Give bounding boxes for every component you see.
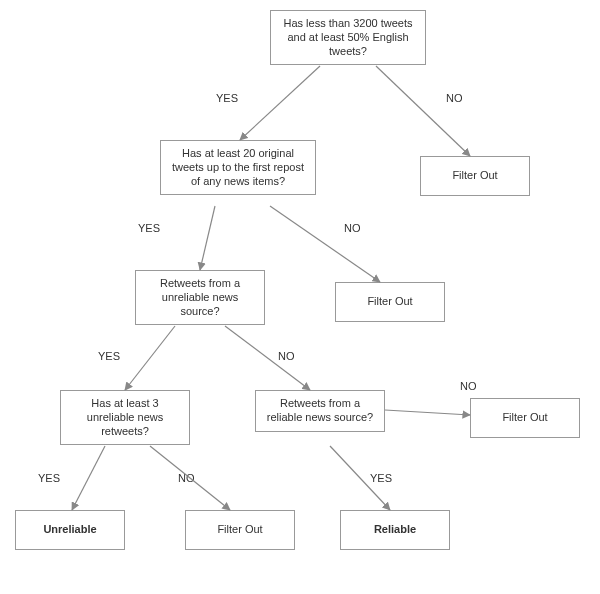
node-text: Filter Out: [502, 411, 547, 425]
node-filter-out-4: Filter Out: [185, 510, 295, 550]
node-original-tweets-decision: Has at least 20 original tweets up to th…: [160, 140, 316, 195]
node-text: Filter Out: [367, 295, 412, 309]
svg-line-5: [225, 326, 310, 390]
svg-line-7: [72, 446, 105, 510]
svg-line-1: [376, 66, 470, 156]
node-text: Has at least 3 unreliable news retweets?: [87, 397, 163, 437]
node-filter-out-1: Filter Out: [420, 156, 530, 196]
diagram-canvas: { "chart_data": { "type": "decision-tree…: [0, 0, 600, 594]
edge-label-no: NO: [178, 472, 195, 484]
node-text: Unreliable: [43, 523, 96, 537]
edge-label-no: NO: [278, 350, 295, 362]
node-text: Reliable: [374, 523, 416, 537]
svg-line-2: [200, 206, 215, 270]
node-unreliable-count-decision: Has at least 3 unreliable news retweets?: [60, 390, 190, 445]
node-text: Has at least 20 original tweets up to th…: [172, 147, 304, 187]
node-text: Retweets from a reliable news source?: [267, 397, 373, 423]
node-text: Retweets from a unreliable news source?: [160, 277, 240, 317]
edges-svg: [0, 0, 600, 594]
svg-line-3: [270, 206, 380, 282]
node-unreliable-source-decision: Retweets from a unreliable news source?: [135, 270, 265, 325]
node-text: Filter Out: [217, 523, 262, 537]
node-text: Has less than 3200 tweets and at least 5…: [283, 17, 412, 57]
node-reliable-source-decision: Retweets from a reliable news source?: [255, 390, 385, 432]
node-leaf-reliable: Reliable: [340, 510, 450, 550]
edge-label-yes: YES: [216, 92, 238, 104]
node-root-decision: Has less than 3200 tweets and at least 5…: [270, 10, 426, 65]
edge-label-yes: YES: [138, 222, 160, 234]
edge-label-no: NO: [460, 380, 477, 392]
node-filter-out-2: Filter Out: [335, 282, 445, 322]
edge-label-yes: YES: [370, 472, 392, 484]
edge-label-no: NO: [344, 222, 361, 234]
svg-line-6: [385, 410, 470, 415]
svg-line-0: [240, 66, 320, 140]
node-filter-out-3: Filter Out: [470, 398, 580, 438]
edge-label-yes: YES: [38, 472, 60, 484]
edge-label-yes: YES: [98, 350, 120, 362]
node-text: Filter Out: [452, 169, 497, 183]
node-leaf-unreliable: Unreliable: [15, 510, 125, 550]
svg-line-4: [125, 326, 175, 390]
edge-label-no: NO: [446, 92, 463, 104]
